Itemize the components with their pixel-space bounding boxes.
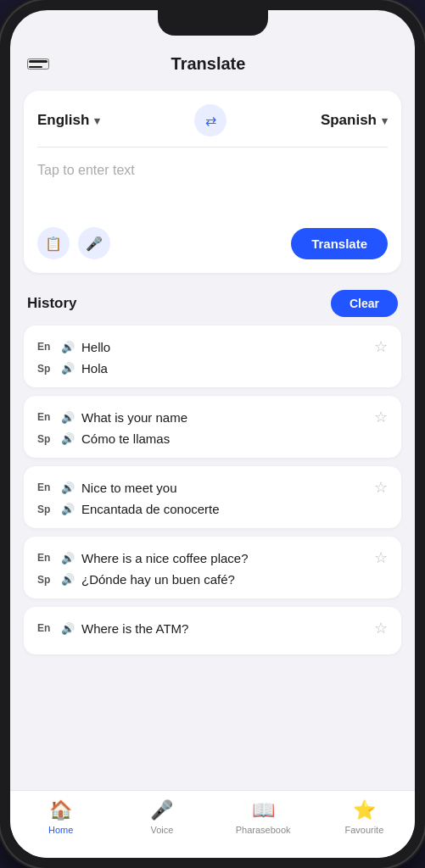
source-language-button[interactable]: English ▾ xyxy=(37,112,100,129)
history-title: History xyxy=(27,295,77,312)
nav-home-label: Home xyxy=(48,825,73,835)
translate-button[interactable]: Translate xyxy=(291,228,388,259)
speaker-icon[interactable]: 🔊 xyxy=(61,481,75,494)
clear-button[interactable]: Clear xyxy=(331,290,398,317)
favorite-icon[interactable]: ☆ xyxy=(374,619,388,637)
swap-icon: ⇄ xyxy=(205,113,216,129)
app-header: Translate xyxy=(10,47,415,84)
speaker-icon[interactable]: 🔊 xyxy=(61,552,75,565)
phone-screen: Translate English ▾ ⇄ Spanish ▾ xyxy=(10,10,415,858)
favorite-icon[interactable]: ☆ xyxy=(374,478,388,497)
source-lang-tag: En xyxy=(37,622,54,634)
bottom-nav: 🏠 Home 🎤 Voice 📖 Pharasebook ⭐ Favourite xyxy=(10,790,415,858)
source-row: En 🔊 Where is a nice coffee place? ☆ xyxy=(37,548,388,567)
icon-group: 📋 🎤 xyxy=(37,227,110,259)
source-row: En 🔊 Nice to meet you ☆ xyxy=(37,478,388,497)
speaker-icon[interactable]: 🔊 xyxy=(61,503,75,515)
target-text: Hola xyxy=(81,361,388,376)
source-row: En 🔊 What is your name ☆ xyxy=(37,408,388,426)
microphone-button[interactable]: 🎤 xyxy=(78,227,110,259)
target-text: ¿Dónde hay un buen café? xyxy=(81,572,388,587)
history-item: En 🔊 Where is the ATM? ☆ xyxy=(24,607,401,654)
source-row: En 🔊 Where is the ATM? ☆ xyxy=(37,619,388,637)
target-chevron-icon: ▾ xyxy=(382,114,388,127)
target-lang-tag: Sp xyxy=(37,504,54,515)
home-icon: 🏠 xyxy=(49,799,72,821)
target-text: Cómo te llamas xyxy=(81,431,388,446)
voice-icon: 🎤 xyxy=(150,799,173,821)
history-item: En 🔊 Nice to meet you ☆ Sp 🔊 Encantada d… xyxy=(24,466,401,528)
source-text: Hello xyxy=(81,340,367,354)
target-row: Sp 🔊 Cómo te llamas xyxy=(37,431,388,446)
source-text: Where is a nice coffee place? xyxy=(81,551,367,565)
speaker-icon[interactable]: 🔊 xyxy=(61,362,75,375)
target-text: Encantada de conocerte xyxy=(81,502,388,516)
nav-favourite-label: Favourite xyxy=(344,825,383,835)
phrasebook-icon: 📖 xyxy=(252,799,275,821)
main-content: English ▾ ⇄ Spanish ▾ Tap to enter text xyxy=(10,84,415,789)
target-language-label: Spanish xyxy=(321,112,377,129)
nav-item-phrasebook[interactable]: 📖 Pharasebook xyxy=(213,799,314,835)
nav-item-favourite[interactable]: ⭐ Favourite xyxy=(314,799,415,835)
source-lang-tag: En xyxy=(37,481,54,493)
target-lang-tag: Sp xyxy=(37,433,54,445)
phone-frame: Translate English ▾ ⇄ Spanish ▾ xyxy=(0,0,425,868)
menu-button[interactable] xyxy=(27,58,49,70)
menu-line-1 xyxy=(29,60,48,63)
source-language-label: English xyxy=(37,112,89,129)
source-row: En 🔊 Hello ☆ xyxy=(37,337,388,356)
target-row: Sp 🔊 Encantada de conocerte xyxy=(37,502,388,516)
source-lang-tag: En xyxy=(37,341,54,353)
history-item: En 🔊 Where is a nice coffee place? ☆ Sp … xyxy=(24,537,401,598)
speaker-icon[interactable]: 🔊 xyxy=(61,411,75,424)
page-title: Translate xyxy=(49,54,367,74)
history-item: En 🔊 Hello ☆ Sp 🔊 Hola xyxy=(24,326,401,387)
source-text: Nice to meet you xyxy=(81,481,367,495)
translator-card: English ▾ ⇄ Spanish ▾ Tap to enter text xyxy=(24,91,401,273)
favourite-icon: ⭐ xyxy=(353,799,376,821)
menu-line-2 xyxy=(29,66,42,69)
target-row: Sp 🔊 Hola xyxy=(37,361,388,376)
history-header: History Clear xyxy=(24,285,401,326)
favorite-icon[interactable]: ☆ xyxy=(374,337,388,356)
speaker-icon[interactable]: 🔊 xyxy=(61,341,75,353)
notch xyxy=(158,10,268,36)
input-placeholder: Tap to enter text xyxy=(37,163,135,177)
source-lang-tag: En xyxy=(37,552,54,564)
source-chevron-icon: ▾ xyxy=(94,114,100,127)
target-lang-tag: Sp xyxy=(37,363,54,375)
microphone-icon: 🎤 xyxy=(86,236,103,252)
target-lang-tag: Sp xyxy=(37,574,54,586)
history-item: En 🔊 What is your name ☆ Sp 🔊 Cómo te ll… xyxy=(24,396,401,458)
nav-phrasebook-label: Pharasebook xyxy=(236,825,291,835)
favorite-icon[interactable]: ☆ xyxy=(374,408,388,426)
speaker-icon[interactable]: 🔊 xyxy=(61,622,75,635)
nav-voice-label: Voice xyxy=(150,825,173,835)
target-row: Sp 🔊 ¿Dónde hay un buen café? xyxy=(37,572,388,587)
swap-languages-button[interactable]: ⇄ xyxy=(194,104,226,136)
source-lang-tag: En xyxy=(37,411,54,423)
nav-item-home[interactable]: 🏠 Home xyxy=(10,799,111,835)
source-text: Where is the ATM? xyxy=(81,621,367,636)
copy-button[interactable]: 📋 xyxy=(37,227,70,259)
source-text: What is your name xyxy=(81,410,367,425)
speaker-icon[interactable]: 🔊 xyxy=(61,573,75,586)
language-selector: English ▾ ⇄ Spanish ▾ xyxy=(37,104,388,147)
nav-item-voice[interactable]: 🎤 Voice xyxy=(111,799,212,835)
target-language-button[interactable]: Spanish ▾ xyxy=(321,112,388,129)
input-actions: 📋 🎤 Translate xyxy=(37,227,388,259)
favorite-icon[interactable]: ☆ xyxy=(374,548,388,567)
copy-icon: 📋 xyxy=(45,236,62,252)
speaker-icon[interactable]: 🔊 xyxy=(61,432,75,445)
translation-input[interactable]: Tap to enter text xyxy=(37,159,388,227)
